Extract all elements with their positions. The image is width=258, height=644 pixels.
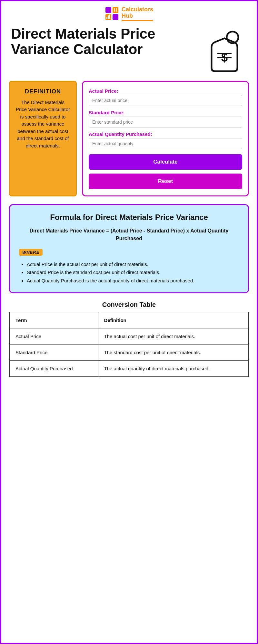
svg-rect-6 (109, 14, 110, 19)
table-row: Actual Price The actual cost per unit of… (9, 328, 249, 345)
calculator-box: Actual Price: Standard Price: Actual Qua… (82, 81, 249, 196)
svg-rect-5 (108, 15, 109, 19)
actual-quantity-field: Actual Quantity Purchased: (89, 131, 242, 149)
svg-point-10 (116, 10, 117, 12)
definition-text: The Direct Materials Price Variance Calc… (15, 99, 71, 150)
definition-box: DEFINITION The Direct Materials Price Va… (9, 81, 77, 196)
formula-section: Formula for Direct Materials Price Varia… (9, 204, 249, 294)
actual-quantity-label: Actual Quantity Purchased: (89, 131, 242, 137)
standard-price-input[interactable] (89, 117, 242, 128)
hero-row: Direct Materials Price Variance Calculat… (1, 26, 257, 74)
term-actual-price: Actual Price (9, 328, 98, 345)
price-tag-icon: $ (202, 29, 247, 74)
table-section: Conversion Table Term Definition Actual … (9, 301, 249, 377)
svg-rect-1 (113, 7, 118, 13)
actual-quantity-input[interactable] (89, 138, 242, 149)
definition-heading: DEFINITION (15, 88, 71, 95)
standard-price-field: Standard Price: (89, 110, 242, 128)
def-actual-price: The actual cost per unit of direct mater… (98, 328, 249, 345)
header: Calculators Hub (1, 1, 257, 26)
actual-price-field: Actual Price: (89, 88, 242, 106)
reset-button[interactable]: Reset (89, 174, 242, 189)
svg-point-9 (114, 10, 115, 12)
def-actual-quantity: The actual quantity of direct materials … (98, 361, 249, 377)
list-item: Actual Quantity Purchased is the actual … (27, 277, 239, 285)
term-standard-price: Standard Price (9, 345, 98, 361)
def-standard-price: The standard cost per unit of direct mat… (98, 345, 249, 361)
svg-point-8 (116, 8, 117, 10)
formula-equation: Direct Materials Price Variance = (Actua… (19, 227, 239, 242)
mid-row: DEFINITION The Direct Materials Price Va… (1, 81, 257, 196)
col-header-definition: Definition (98, 312, 249, 328)
logo-text: Calculators Hub (122, 6, 153, 21)
actual-price-input[interactable] (89, 95, 242, 106)
formula-title: Formula for Direct Materials Price Varia… (19, 213, 239, 222)
table-title: Conversion Table (9, 301, 249, 308)
where-badge: WHERE (19, 249, 43, 256)
list-item: Standard Price is the standard cost per … (27, 268, 239, 277)
svg-rect-3 (113, 14, 118, 20)
table-row: Actual Quantity Purchased The actual qua… (9, 361, 249, 377)
list-item: Actual Price is the actual cost per unit… (27, 260, 239, 269)
conversion-table: Term Definition Actual Price The actual … (9, 312, 249, 377)
table-row: Standard Price The standard cost per uni… (9, 345, 249, 361)
actual-price-label: Actual Price: (89, 88, 242, 94)
logo-area: Calculators Hub (105, 6, 153, 21)
svg-rect-0 (105, 7, 111, 13)
svg-rect-4 (106, 17, 107, 19)
calculate-button[interactable]: Calculate (89, 154, 242, 170)
page-title: Direct Materials Price Variance Calculat… (11, 26, 199, 57)
logo-icon (105, 6, 119, 21)
col-header-term: Term (9, 312, 98, 328)
term-actual-quantity: Actual Quantity Purchased (9, 361, 98, 377)
formula-list: Actual Price is the actual cost per unit… (19, 260, 239, 285)
table-header-row: Term Definition (9, 312, 249, 328)
svg-point-7 (114, 8, 115, 10)
standard-price-label: Standard Price: (89, 110, 242, 115)
